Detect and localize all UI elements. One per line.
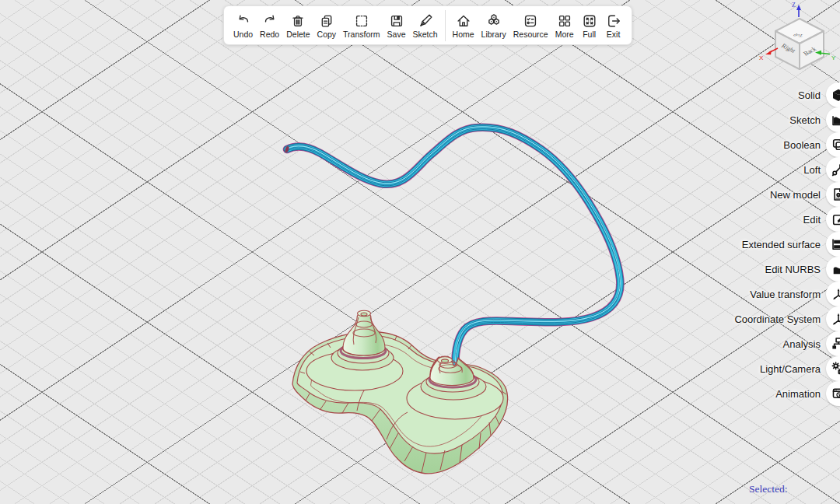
sidebar-item-label: Edit NURBS: [765, 264, 821, 275]
redo-button[interactable]: Redo: [257, 12, 282, 40]
right-tool-rail: Solid Sketch Boolean Loft N: [734, 82, 840, 406]
viewport-grid[interactable]: [0, 0, 840, 504]
sidebar-item-animation[interactable]: Animation: [734, 381, 840, 406]
tool-label: Resource: [513, 30, 548, 40]
analysis-icon[interactable]: [826, 331, 840, 356]
toolbar-divider: [445, 10, 446, 41]
sidebar-item-edit[interactable]: Edit: [734, 207, 840, 232]
home-button[interactable]: Home: [450, 12, 477, 40]
undo-button[interactable]: Undo: [231, 12, 255, 40]
view-cube[interactable]: Z Top Right Back X Y: [751, 0, 840, 72]
transform-button[interactable]: Transform: [341, 12, 382, 40]
y-axis-label: Y: [831, 54, 836, 61]
trash-icon: [289, 12, 306, 30]
sidebar-item-label: Analysis: [783, 338, 821, 350]
sidebar-item-label: Light/Camera: [760, 363, 821, 375]
more-button[interactable]: More: [553, 12, 576, 40]
sidebar-item-extended-surface[interactable]: Extended surface: [734, 232, 840, 257]
sidebar-item-label: Loft: [803, 164, 821, 176]
redo-icon: [261, 12, 278, 30]
tool-label: Redo: [260, 30, 279, 40]
solid-cube-icon[interactable]: [826, 82, 840, 107]
coordinate-system-icon[interactable]: [826, 306, 840, 331]
x-axis-label: X: [759, 54, 764, 61]
fullscreen-icon: [581, 12, 598, 30]
loft-path-icon[interactable]: [826, 157, 840, 182]
sketch-button[interactable]: Sketch: [410, 12, 439, 40]
value-transform-icon[interactable]: [826, 282, 840, 306]
sidebar-item-new-model[interactable]: New model: [734, 182, 840, 207]
sidebar-item-value-transform[interactable]: Value transform: [734, 282, 840, 306]
resource-button[interactable]: Resource: [511, 12, 551, 40]
boolean-icon[interactable]: [826, 132, 840, 157]
more-grid-icon: [556, 12, 573, 30]
sidebar-item-label: Edit: [803, 214, 821, 226]
tool-label: Copy: [317, 30, 337, 40]
sidebar-item-solid[interactable]: Solid: [734, 82, 840, 107]
sidebar-item-label: Sketch: [789, 114, 821, 126]
selected-status-label: Selected:: [749, 483, 787, 495]
full-button[interactable]: Full: [579, 12, 600, 40]
sidebar-item-label: Boolean: [783, 139, 821, 151]
tool-label: Full: [583, 30, 596, 40]
extended-surface-icon[interactable]: [826, 232, 840, 257]
exit-button[interactable]: Exit: [603, 12, 625, 40]
library-button[interactable]: Library: [479, 12, 509, 40]
sidebar-item-label: Value transform: [750, 289, 821, 300]
tool-label: Home: [453, 30, 474, 40]
copy-icon: [318, 12, 335, 30]
exit-icon: [605, 12, 622, 30]
tool-label: Undo: [233, 30, 253, 40]
tool-label: Transform: [343, 30, 380, 40]
transform-icon: [353, 12, 370, 30]
tool-label: More: [555, 30, 574, 40]
tube-curve[interactable]: [285, 126, 621, 373]
edit-nurbs-icon[interactable]: [826, 257, 840, 282]
tool-label: Sketch: [412, 30, 437, 40]
light-camera-icon[interactable]: [826, 356, 840, 381]
undo-icon: [235, 12, 252, 30]
resource-list-icon: [522, 12, 539, 30]
new-model-icon[interactable]: [826, 182, 840, 207]
sidebar-item-label: Extended surface: [742, 239, 821, 250]
sidebar-item-edit-nurbs[interactable]: Edit NURBS: [734, 257, 840, 282]
animation-icon[interactable]: [826, 381, 840, 406]
copy-button[interactable]: Copy: [315, 12, 339, 40]
sidebar-item-boolean[interactable]: Boolean: [734, 132, 840, 157]
viewport-3d[interactable]: [0, 0, 840, 504]
edit-pencil-icon[interactable]: [826, 207, 840, 232]
tool-label: Save: [387, 30, 406, 40]
delete-button[interactable]: Delete: [284, 12, 312, 40]
save-floppy-icon: [388, 12, 405, 30]
sidebar-item-light-camera[interactable]: Light/Camera: [734, 356, 840, 381]
main-toolbar: Undo Redo Delete Copy Transform Save: [223, 5, 632, 45]
tool-label: Library: [481, 30, 506, 40]
sidebar-item-analysis[interactable]: Analysis: [734, 331, 840, 356]
tool-label: Delete: [286, 30, 310, 40]
sidebar-item-label: Solid: [798, 89, 821, 101]
sketch-surface-icon[interactable]: [826, 107, 840, 132]
z-axis-arrow: [796, 5, 801, 10]
sidebar-item-label: Animation: [775, 388, 821, 400]
home-icon: [455, 12, 472, 30]
sidebar-item-loft[interactable]: Loft: [734, 157, 840, 182]
sidebar-item-label: New model: [770, 189, 821, 201]
tool-label: Exit: [607, 30, 621, 40]
x-axis-arrow: [765, 51, 772, 54]
sketch-pen-icon: [417, 12, 434, 30]
sidebar-item-label: Coordinate System: [734, 313, 821, 325]
sidebar-item-sketch[interactable]: Sketch: [734, 107, 840, 132]
z-axis-label: Z: [792, 2, 796, 9]
save-button[interactable]: Save: [385, 12, 408, 40]
library-cubes-icon: [485, 12, 502, 30]
sidebar-item-coordinate-system[interactable]: Coordinate System: [734, 306, 840, 331]
